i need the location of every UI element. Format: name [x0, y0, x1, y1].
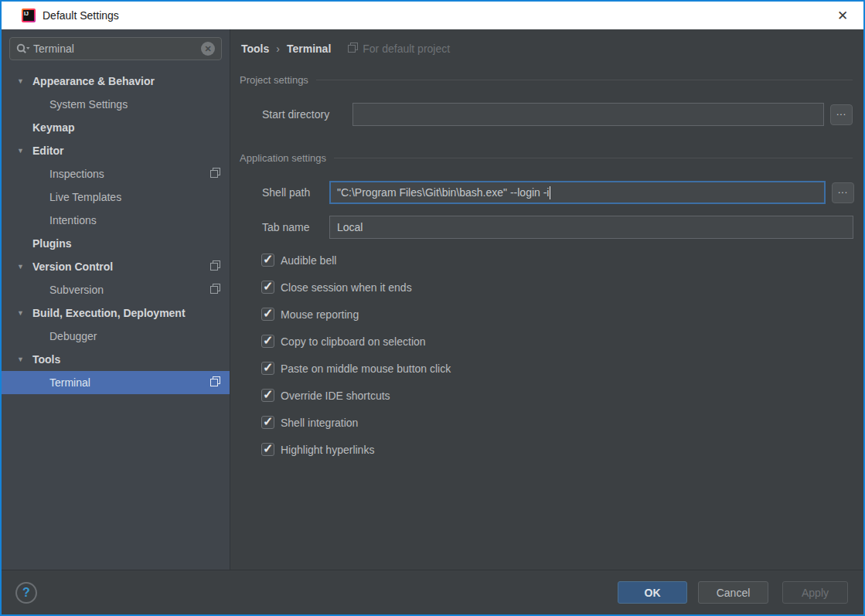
sidebar-item-label: Build, Execution, Deployment: [32, 307, 186, 319]
breadcrumb-separator-icon: ›: [276, 43, 280, 55]
cancel-button[interactable]: Cancel: [698, 581, 768, 604]
scope-label: For default project: [363, 43, 450, 55]
start-directory-browse-button[interactable]: ...: [830, 104, 853, 125]
copy-icon: [210, 284, 220, 296]
apply-button[interactable]: Apply: [782, 581, 848, 604]
option-row-copy-to-clipboard-on-selection: Copy to clipboard on selection: [230, 328, 863, 355]
section-divider: [334, 158, 853, 158]
option-row-highlight-hyperlinks: Highlight hyperlinks: [230, 436, 863, 463]
collapse-arrow-icon[interactable]: ▼: [17, 77, 24, 85]
sidebar-item-subversion[interactable]: Subversion: [2, 278, 230, 301]
breadcrumb-terminal: Terminal: [287, 43, 331, 55]
checkbox-close-session-when-it-ends[interactable]: [261, 281, 274, 294]
checkbox-label[interactable]: Audible bell: [281, 254, 336, 267]
sidebar-item-label: System Settings: [49, 98, 128, 111]
checkbox-label[interactable]: Paste on middle mouse button click: [281, 362, 451, 375]
sidebar-item-inspections[interactable]: Inspections: [2, 162, 230, 185]
sidebar-item-plugins[interactable]: Plugins: [2, 232, 230, 255]
sidebar-item-appearance-behavior[interactable]: ▼Appearance & Behavior: [2, 70, 230, 93]
collapse-arrow-icon[interactable]: ▼: [17, 263, 24, 271]
default-settings-dialog: IJ Default Settings ✕ Terminal ✕ ▼Appear…: [0, 0, 865, 616]
checkbox-label[interactable]: Shell integration: [281, 417, 358, 429]
sidebar-item-label: Tools: [32, 353, 60, 366]
help-button[interactable]: ?: [15, 582, 37, 604]
checkbox-label[interactable]: Close session when it ends: [281, 281, 412, 294]
shell-path-browse-button[interactable]: ...: [832, 182, 854, 203]
sidebar-item-label: Plugins: [32, 237, 72, 250]
terminal-options-list: Audible bellClose session when it endsMo…: [230, 247, 863, 463]
dialog-footer: ? OK Cancel Apply: [2, 570, 863, 614]
title-bar: IJ Default Settings ✕: [2, 2, 863, 29]
tab-name-input[interactable]: [329, 216, 853, 239]
shell-path-row: Shell path "C:\Program Files\Git\bin\bas…: [230, 181, 863, 204]
sidebar-item-debugger[interactable]: Debugger: [2, 325, 230, 348]
sidebar-item-label: Terminal: [49, 376, 90, 389]
copy-icon: [210, 376, 220, 389]
option-row-mouse-reporting: Mouse reporting: [230, 301, 863, 328]
shell-path-label: Shell path: [230, 186, 329, 199]
collapse-arrow-icon[interactable]: ▼: [17, 147, 24, 155]
sidebar-item-label: Intentions: [49, 214, 97, 226]
clear-search-button[interactable]: ✕: [201, 42, 215, 56]
tab-name-row: Tab name: [230, 216, 863, 239]
terminal-settings-panel: Tools › Terminal For default project Pro…: [230, 29, 863, 570]
sidebar-item-keymap[interactable]: Keymap: [2, 116, 230, 139]
option-row-paste-on-middle-mouse-button-click: Paste on middle mouse button click: [230, 355, 863, 382]
start-directory-input[interactable]: [352, 103, 824, 126]
option-row-shell-integration: Shell integration: [230, 409, 863, 436]
checkbox-copy-to-clipboard-on-selection[interactable]: [261, 335, 274, 348]
checkbox-label[interactable]: Copy to clipboard on selection: [281, 335, 426, 348]
copy-icon: [210, 168, 220, 180]
collapse-arrow-icon[interactable]: ▼: [17, 356, 24, 363]
checkbox-shell-integration[interactable]: [261, 416, 274, 429]
project-settings-title: Project settings: [240, 74, 308, 86]
checkbox-audible-bell[interactable]: [261, 254, 274, 267]
sidebar-item-label: Inspections: [49, 168, 104, 180]
option-row-override-ide-shortcuts: Override IDE shortcuts: [230, 382, 863, 409]
sidebar-item-terminal[interactable]: Terminal: [2, 371, 230, 394]
search-icon[interactable]: [16, 43, 30, 54]
option-row-close-session-when-it-ends: Close session when it ends: [230, 274, 863, 301]
sidebar-item-label: Subversion: [49, 284, 104, 296]
checkbox-label[interactable]: Override IDE shortcuts: [281, 390, 390, 402]
intellij-logo-icon: IJ: [22, 9, 36, 22]
sidebar-item-label: Debugger: [49, 330, 97, 342]
section-divider: [316, 80, 853, 80]
checkbox-mouse-reporting[interactable]: [261, 308, 274, 321]
settings-search-input[interactable]: Terminal ✕: [9, 37, 222, 60]
breadcrumb-tools[interactable]: Tools: [241, 43, 269, 55]
text-caret: [550, 186, 550, 199]
option-row-audible-bell: Audible bell: [230, 247, 863, 274]
breadcrumb: Tools › Terminal For default project: [230, 29, 863, 62]
checkbox-paste-on-middle-mouse-button-click[interactable]: [261, 362, 274, 375]
checkbox-highlight-hyperlinks[interactable]: [261, 443, 274, 456]
checkbox-override-ide-shortcuts[interactable]: [261, 389, 274, 402]
start-directory-row: Start directory ...: [230, 103, 863, 126]
sidebar-item-live-templates[interactable]: Live Templates: [2, 185, 230, 209]
sidebar-item-system-settings[interactable]: System Settings: [2, 93, 230, 116]
application-settings-title: Application settings: [240, 152, 326, 164]
sidebar-item-label: Editor: [32, 145, 63, 157]
checkbox-label[interactable]: Mouse reporting: [281, 308, 359, 321]
for-default-project-icon: [348, 43, 358, 55]
sidebar-item-editor[interactable]: ▼Editor: [2, 139, 230, 162]
close-button[interactable]: ✕: [831, 5, 854, 26]
sidebar-item-label: Live Templates: [49, 191, 121, 203]
application-settings-section: Application settings: [240, 152, 853, 164]
window-title: Default Settings: [43, 9, 119, 22]
checkbox-label[interactable]: Highlight hyperlinks: [281, 444, 374, 456]
collapse-arrow-icon[interactable]: ▼: [17, 309, 24, 317]
settings-tree: ▼Appearance & BehaviorSystem SettingsKey…: [2, 70, 230, 570]
copy-icon: [210, 260, 220, 273]
sidebar-item-tools[interactable]: ▼Tools: [2, 348, 230, 371]
settings-sidebar: Terminal ✕ ▼Appearance & BehaviorSystem …: [2, 29, 230, 570]
search-query-text[interactable]: Terminal: [33, 43, 201, 55]
sidebar-item-intentions[interactable]: Intentions: [2, 209, 230, 232]
shell-path-input[interactable]: "C:\Program Files\Git\bin\bash.exe" --lo…: [329, 181, 826, 204]
shell-path-value: "C:\Program Files\Git\bin\bash.exe" --lo…: [337, 186, 549, 199]
ok-button[interactable]: OK: [618, 581, 687, 604]
sidebar-item-version-control[interactable]: ▼Version Control: [2, 255, 230, 278]
sidebar-item-label: Keymap: [32, 121, 74, 134]
sidebar-item-label: Version Control: [32, 260, 113, 273]
sidebar-item-build-execution-deployment[interactable]: ▼Build, Execution, Deployment: [2, 301, 230, 325]
